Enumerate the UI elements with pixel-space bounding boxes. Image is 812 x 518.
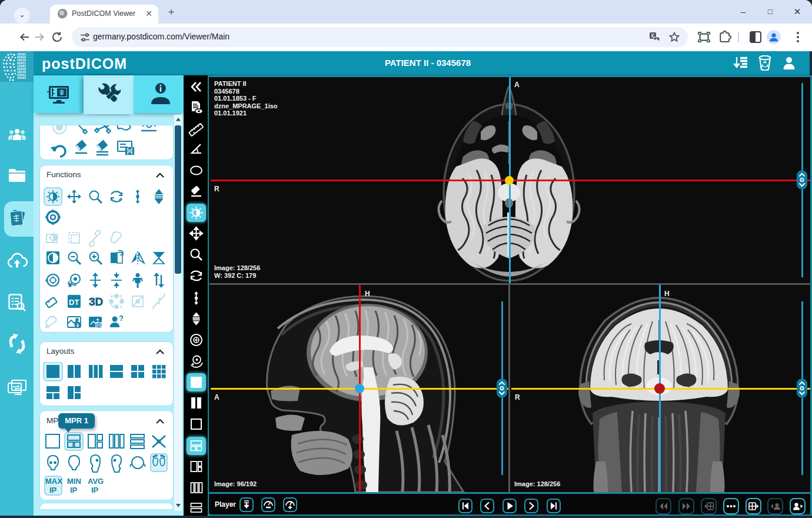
svg-text:DT: DT <box>69 298 79 307</box>
svg-text:IP: IP <box>70 486 78 494</box>
svg-text:IP: IP <box>49 486 57 494</box>
svg-text:10101: 10101 <box>17 77 26 80</box>
svg-text:MIN: MIN <box>67 477 81 486</box>
svg-text:3D: 3D <box>89 295 103 308</box>
svg-text:MAX: MAX <box>45 477 62 486</box>
svg-text:?: ? <box>119 314 124 323</box>
svg-text:IP: IP <box>91 486 99 494</box>
svg-text:AVG: AVG <box>88 477 104 486</box>
